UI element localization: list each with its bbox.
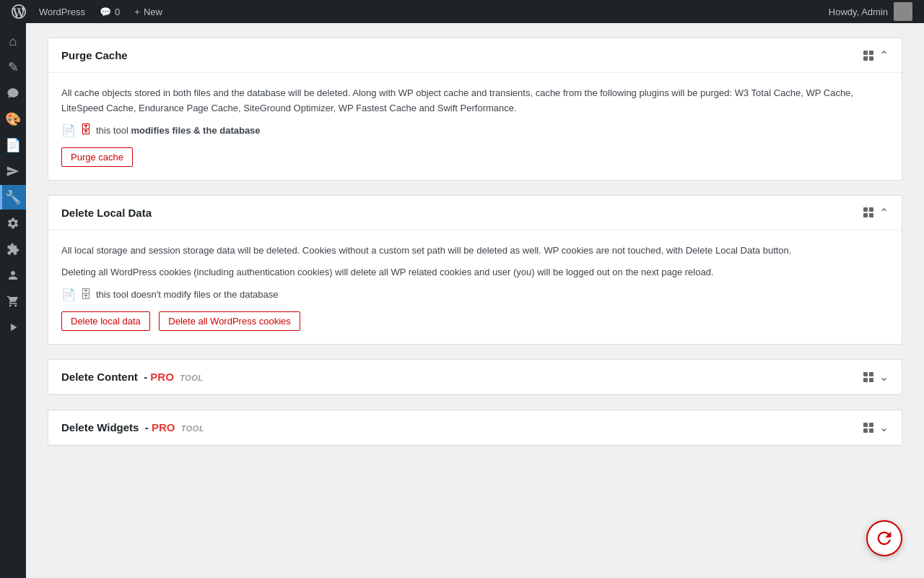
db-icon-gray: 🗄 [80, 288, 92, 301]
delete-content-card: Delete Content - PRO TOOL ⌄ [48, 359, 902, 395]
user-greeting: Howdy, Admin [829, 7, 888, 17]
sidebar: ⌂ ✎ 🎨 📄 🔧 [0, 23, 26, 578]
purge-cache-card: Purge Cache ⌃ All cache objects stored i… [48, 38, 902, 181]
purge-cache-body: All cache objects stored in both files a… [48, 73, 902, 180]
db-icon-red: 🗄 [80, 124, 92, 137]
main-content: Purge Cache ⌃ All cache objects stored i… [26, 23, 924, 578]
sidebar-icon-comments[interactable] [0, 81, 26, 105]
delete-widgets-expand-button[interactable]: ⌄ [879, 420, 889, 434]
admin-bar: WordPress 💬 0 + New Howdy, Admin [0, 0, 924, 23]
grid-icon [863, 423, 873, 433]
comments-item[interactable]: 💬 0 [92, 0, 127, 23]
notice-bold: modifies files & the database [131, 125, 260, 136]
delete-widgets-card: Delete Widgets - PRO TOOL ⌄ [48, 410, 902, 446]
delete-local-data-description1: All local storage and session storage da… [61, 243, 889, 259]
delete-widgets-grid-button[interactable] [863, 423, 873, 433]
purge-cache-button[interactable]: Purge cache [61, 147, 133, 167]
comment-icon: 💬 [100, 7, 111, 17]
delete-widgets-title: Delete Widgets - PRO TOOL [61, 421, 204, 434]
delete-local-data-collapse-button[interactable]: ⌃ [879, 206, 889, 220]
purge-cache-controls: ⌃ [863, 48, 889, 62]
delete-content-expand-button[interactable]: ⌄ [879, 370, 889, 384]
sidebar-icon-appearance[interactable]: 🎨 [0, 107, 26, 131]
sidebar-icon-plugins[interactable] [0, 237, 26, 262]
delete-content-controls: ⌄ [863, 370, 889, 384]
delete-local-data-title: Delete Local Data [61, 207, 152, 219]
delete-local-data-notice: 📄 🗄 this tool doesn't modify files or th… [61, 288, 889, 301]
site-name: WordPress [39, 7, 85, 17]
adminbar-right: Howdy, Admin [829, 2, 918, 21]
notice-text: this tool doesn't modify files or the da… [96, 289, 279, 300]
purge-cache-notice: 📄 🗄 this tool modifies files & the datab… [61, 124, 889, 137]
sidebar-icon-media[interactable] [0, 315, 26, 340]
delete-local-data-grid-button[interactable] [863, 207, 873, 217]
delete-local-data-card: Delete Local Data ⌃ All local storage an… [48, 195, 902, 345]
delete-content-title: Delete Content - PRO TOOL [61, 371, 204, 383]
delete-local-data-body: All local storage and session storage da… [48, 230, 902, 345]
grid-icon [863, 207, 873, 217]
delete-widgets-controls: ⌄ [863, 420, 889, 434]
sidebar-icon-users[interactable] [0, 263, 26, 288]
sidebar-icon-woo[interactable] [0, 289, 26, 314]
purge-cache-description: All cache objects stored in both files a… [61, 86, 889, 116]
grid-icon [863, 372, 873, 382]
site-name-item[interactable]: WordPress [32, 0, 92, 23]
sidebar-icon-settings[interactable] [0, 211, 26, 236]
delete-widgets-header: Delete Widgets - PRO TOOL ⌄ [48, 410, 902, 445]
sidebar-icon-tools[interactable]: 🔧 [0, 185, 26, 210]
sidebar-icon-pages[interactable]: 📄 [0, 133, 26, 158]
wp-logo[interactable] [6, 4, 32, 19]
comments-count: 0 [115, 7, 120, 17]
delete-content-grid-button[interactable] [863, 372, 873, 382]
sidebar-icon-posts[interactable]: ✎ [0, 55, 26, 79]
file-icon-gray: 📄 [61, 288, 76, 301]
plus-icon: + [134, 7, 140, 17]
sidebar-icon-feedback[interactable] [0, 159, 26, 184]
notice-text: this tool modifies files & the database [96, 125, 261, 136]
delete-local-data-controls: ⌃ [863, 206, 889, 220]
delete-content-header: Delete Content - PRO TOOL ⌄ [48, 360, 902, 394]
purge-cache-collapse-button[interactable]: ⌃ [879, 48, 889, 62]
file-icon-red: 📄 [61, 124, 76, 137]
delete-local-data-description2: Deleting all WordPress cookies (includin… [61, 265, 889, 280]
floating-refresh-button[interactable] [866, 520, 902, 556]
avatar[interactable] [894, 2, 912, 21]
grid-icon [863, 51, 873, 61]
delete-local-data-button[interactable]: Delete local data [61, 311, 150, 331]
delete-local-data-header: Delete Local Data ⌃ [48, 196, 902, 230]
delete-wp-cookies-button[interactable]: Delete all WordPress cookies [159, 311, 300, 331]
purge-cache-grid-button[interactable] [863, 51, 873, 61]
new-content-item[interactable]: + New [127, 0, 170, 23]
purge-cache-title: Purge Cache [61, 49, 128, 61]
purge-cache-header: Purge Cache ⌃ [48, 38, 902, 73]
sidebar-icon-dashboard[interactable]: ⌂ [0, 29, 26, 53]
new-label: New [144, 7, 162, 17]
